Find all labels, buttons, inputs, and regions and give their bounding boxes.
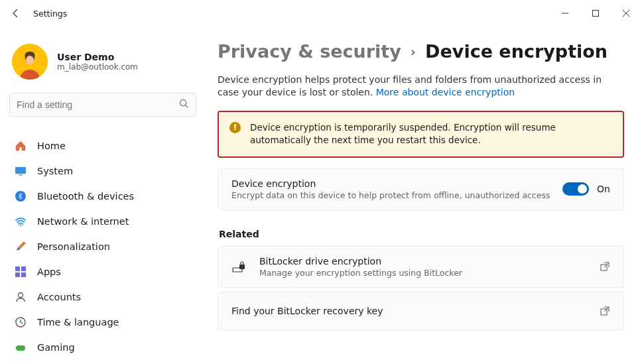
svg-rect-10 (15, 267, 20, 271)
main-content: Privacy & security › Device encryption D… (206, 27, 644, 362)
search-input[interactable] (17, 99, 179, 110)
sidebar-item-label: Time & language (37, 317, 119, 328)
wifi-icon (15, 215, 27, 227)
open-external-icon (600, 261, 610, 272)
sidebar-item-label: Personalization (37, 241, 110, 252)
svg-rect-16 (16, 345, 25, 351)
sidebar-item-system[interactable]: System (8, 159, 198, 183)
sidebar-item-label: Home (37, 141, 66, 151)
card-subtitle: Encrypt data on this device to help prot… (231, 190, 550, 200)
system-icon (15, 165, 27, 177)
breadcrumb-current: Device encryption (425, 41, 608, 62)
bluetooth-icon (15, 190, 27, 202)
sidebar-item-label: System (37, 166, 73, 176)
svg-rect-6 (15, 167, 26, 174)
sidebar-item-label: Gaming (37, 342, 75, 353)
avatar (12, 44, 48, 80)
sidebar-item-network[interactable]: Network & internet (8, 210, 198, 233)
sidebar-item-label: Accounts (37, 292, 81, 302)
svg-point-4 (180, 99, 186, 105)
card-title: Find your BitLocker recovery key (231, 306, 383, 316)
bitlocker-card[interactable]: BitLocker drive encryption Manage your e… (218, 246, 624, 288)
open-external-icon (600, 306, 610, 316)
clock-icon (15, 316, 27, 328)
more-info-link[interactable]: More about device encryption (376, 87, 515, 97)
back-button[interactable] (3, 0, 29, 27)
minimize-button[interactable] (550, 0, 580, 27)
warning-text: Device encryption is temporarily suspend… (250, 121, 612, 147)
svg-rect-7 (19, 174, 23, 176)
chevron-right-icon: › (411, 44, 416, 60)
svg-point-9 (20, 225, 21, 226)
sidebar-item-bluetooth[interactable]: Bluetooth & devices (8, 184, 198, 208)
toggle-state-label: On (597, 184, 610, 194)
gaming-icon (15, 341, 27, 353)
svg-rect-1 (593, 11, 599, 17)
card-title: Device encryption (231, 178, 550, 189)
sidebar-item-home[interactable]: Home (8, 134, 198, 158)
window-controls (550, 0, 641, 27)
titlebar: Settings (0, 0, 644, 27)
svg-rect-12 (15, 272, 20, 277)
card-subtitle: Manage your encryption settings using Bi… (259, 268, 462, 278)
home-icon (15, 140, 27, 152)
recovery-key-card[interactable]: Find your BitLocker recovery key (218, 292, 624, 330)
brush-icon (15, 241, 27, 253)
svg-point-14 (19, 293, 23, 298)
warning-banner: ! Device encryption is temporarily suspe… (218, 111, 624, 158)
sidebar-item-apps[interactable]: Apps (8, 260, 198, 284)
warning-icon: ! (229, 122, 241, 133)
svg-rect-18 (239, 265, 245, 269)
user-email: m_lab@outlook.com (57, 62, 138, 72)
user-name: User Demo (57, 52, 138, 62)
sidebar-item-label: Network & internet (37, 216, 129, 227)
close-button[interactable] (611, 0, 641, 27)
person-icon (15, 291, 27, 303)
lock-drive-icon (231, 259, 246, 274)
svg-point-8 (15, 191, 26, 202)
page-description: Device encryption helps protect your fil… (218, 74, 624, 99)
search-icon (179, 99, 189, 111)
encryption-toggle[interactable] (562, 182, 589, 196)
device-encryption-card: Device encryption Encrypt data on this d… (218, 168, 624, 210)
svg-point-3 (26, 56, 34, 65)
sidebar-item-time[interactable]: Time & language (8, 310, 198, 334)
sidebar-item-personalization[interactable]: Personalization (8, 235, 198, 259)
search-box[interactable] (9, 93, 196, 117)
user-profile[interactable]: User Demo m_lab@outlook.com (8, 33, 198, 93)
card-title: BitLocker drive encryption (259, 256, 462, 267)
maximize-button[interactable] (580, 0, 611, 27)
svg-rect-13 (21, 272, 26, 277)
breadcrumb-parent[interactable]: Privacy & security (218, 41, 401, 62)
sidebar-item-label: Bluetooth & devices (37, 191, 134, 202)
svg-rect-11 (21, 267, 26, 271)
window-title: Settings (33, 9, 67, 19)
sidebar: User Demo m_lab@outlook.com Home System … (0, 27, 206, 362)
sidebar-item-gaming[interactable]: Gaming (8, 335, 198, 359)
related-header: Related (219, 229, 624, 239)
sidebar-item-accounts[interactable]: Accounts (8, 285, 198, 309)
apps-icon (15, 266, 27, 278)
sidebar-item-label: Apps (37, 267, 61, 277)
breadcrumb: Privacy & security › Device encryption (218, 41, 624, 62)
svg-line-5 (186, 105, 188, 107)
